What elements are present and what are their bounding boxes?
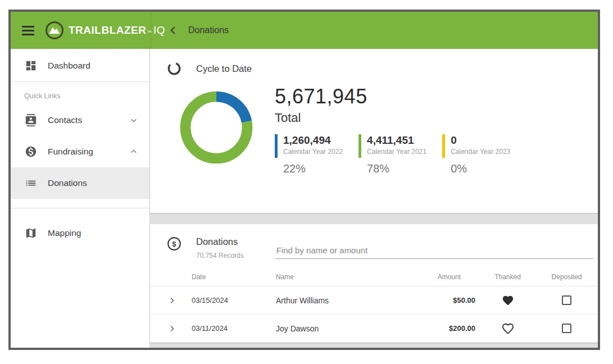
expand-row-icon[interactable] xyxy=(167,295,192,306)
brand-word: TRAILBLAZER xyxy=(69,24,146,37)
cycle-donut-icon xyxy=(167,61,181,76)
app-window: TRAILBLAZER™ IQ Donations Dashboard Quic… xyxy=(8,10,600,350)
stat-calendar-year-2021: 4,411,451 Calendar Year 2021 78% xyxy=(358,134,426,175)
sidebar-item-label: Contacts xyxy=(48,115,118,125)
back-icon[interactable] xyxy=(167,24,179,37)
year-stats: 1,260,494 Calendar Year 2022 22% xyxy=(275,134,510,175)
cycle-to-date-card: Cycle to Date 5,671,945 Total 1, xyxy=(150,49,598,213)
sidebar-item-label: Donations xyxy=(48,178,139,188)
cell-amount: $200.00 xyxy=(397,324,475,333)
column-header-deposited: Deposited xyxy=(540,273,593,281)
sidebar-item-mapping[interactable]: Mapping xyxy=(11,217,149,249)
cell-date: 03/15/2024 xyxy=(192,296,276,304)
table-row: 03/11/2024 Joy Dawson $200.00 xyxy=(150,315,598,343)
contacts-icon xyxy=(24,113,38,127)
dollar-coin-icon: $ xyxy=(167,236,181,251)
brand-product: IQ xyxy=(153,24,165,37)
thanked-heart-icon[interactable] xyxy=(501,294,515,307)
map-icon xyxy=(24,226,38,240)
table-row: 03/15/2024 Arthur Williams $50.00 xyxy=(150,286,598,315)
topbar-page: Donations xyxy=(167,24,229,37)
sidebar-item-label: Mapping xyxy=(48,228,139,238)
stat-calendar-year-2023: 0 Calendar Year 2023 0% xyxy=(442,134,510,175)
cell-date: 03/11/2024 xyxy=(192,324,276,333)
column-header-thanked: Thanked xyxy=(475,273,540,281)
deposited-checkbox[interactable] xyxy=(562,295,571,305)
records-count: 70,754 Records xyxy=(196,252,244,260)
page-title: Donations xyxy=(188,25,229,35)
table-header-row: Date Name Amount Thanked Deposited xyxy=(150,267,598,286)
column-header-amount: Amount xyxy=(397,273,475,281)
stat-label: Calendar Year 2022 xyxy=(283,148,343,156)
donations-card: $ Donations 70,754 Records Date Name Amo xyxy=(150,224,598,343)
total-label: Total xyxy=(275,111,510,125)
stat-percent: 78% xyxy=(367,162,426,175)
deposited-checkbox[interactable] xyxy=(562,324,571,333)
stat-calendar-year-2022: 1,260,494 Calendar Year 2022 22% xyxy=(275,134,343,175)
trademark-symbol: ™ xyxy=(147,30,152,35)
donations-table: Date Name Amount Thanked Deposited 03/15… xyxy=(150,267,598,343)
donut-chart xyxy=(179,90,253,165)
stat-value: 1,260,494 xyxy=(283,134,343,147)
stat-percent: 0% xyxy=(451,162,510,175)
fundraising-dollar-icon xyxy=(24,145,38,158)
cell-name: Arthur Williams xyxy=(276,296,397,305)
cell-amount: $50.00 xyxy=(397,296,475,304)
menu-button[interactable] xyxy=(20,24,37,38)
stat-value: 4,411,451 xyxy=(367,134,426,147)
chevron-up-icon xyxy=(128,146,139,157)
stat-percent: 22% xyxy=(283,162,343,175)
brand-name: TRAILBLAZER™ IQ xyxy=(69,24,165,37)
svg-text:$: $ xyxy=(172,240,176,248)
stat-label: Calendar Year 2023 xyxy=(451,148,510,156)
sidebar-spacer xyxy=(11,208,149,217)
sidebar: Dashboard Quick Links Contacts Fundraisi… xyxy=(11,49,150,348)
sidebar-spacer xyxy=(11,199,149,208)
stat-label: Calendar Year 2021 xyxy=(367,148,426,156)
dashboard-icon xyxy=(24,59,38,72)
total-value: 5,671,945 xyxy=(275,85,510,108)
sidebar-item-donations[interactable]: Donations xyxy=(11,167,149,199)
expand-row-icon[interactable] xyxy=(167,324,192,334)
stat-color-bar xyxy=(442,134,445,158)
chevron-down-icon xyxy=(128,115,139,126)
main-content: Cycle to Date 5,671,945 Total 1, xyxy=(150,49,598,348)
sidebar-item-label: Fundraising xyxy=(48,147,118,157)
column-header-name: Name xyxy=(276,273,397,281)
quick-links-label: Quick Links xyxy=(11,82,149,104)
donations-card-title: Donations xyxy=(196,236,244,247)
search-input[interactable] xyxy=(275,242,593,259)
trailblazer-logo-icon xyxy=(44,20,65,40)
topbar-brand: TRAILBLAZER™ IQ xyxy=(11,12,151,49)
sidebar-item-dashboard[interactable]: Dashboard xyxy=(11,50,149,81)
sidebar-item-contacts[interactable]: Contacts xyxy=(11,104,149,136)
stat-color-bar xyxy=(358,134,361,158)
thanked-heart-icon[interactable] xyxy=(501,322,515,335)
cell-name: Joy Dawson xyxy=(276,324,397,333)
cycle-card-title: Cycle to Date xyxy=(196,63,252,74)
sidebar-item-label: Dashboard xyxy=(48,61,139,71)
topbar: TRAILBLAZER™ IQ Donations xyxy=(11,12,598,49)
column-header-date: Date xyxy=(192,273,276,281)
stat-color-bar xyxy=(275,134,278,158)
list-icon xyxy=(24,176,38,190)
stat-value: 0 xyxy=(451,134,510,147)
sidebar-item-fundraising[interactable]: Fundraising xyxy=(11,136,149,167)
